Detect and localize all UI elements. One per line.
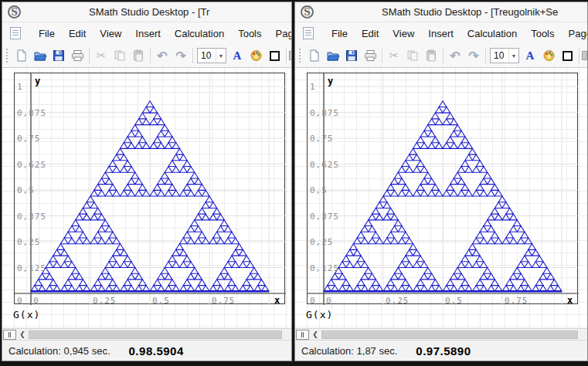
- chevron-down-icon[interactable]: ▼: [508, 49, 518, 63]
- chevron-down-icon[interactable]: ▼: [216, 49, 226, 63]
- border-icon[interactable]: [265, 46, 284, 65]
- font-size-select[interactable]: 10 ▼: [197, 48, 226, 63]
- menu-item-insert[interactable]: Insert: [128, 25, 168, 42]
- worksheet-canvas[interactable]: 10,8750,750,6250,50,3750,250,125000,250,…: [295, 68, 587, 328]
- document-system-icon[interactable]: [303, 27, 314, 39]
- menu-bar: FileEditViewInsertCalculationToolsPages: [295, 22, 587, 44]
- print-icon[interactable]: [68, 46, 87, 65]
- toolbar-separator: [89, 48, 90, 63]
- undo-icon[interactable]: ↶: [153, 46, 172, 65]
- border-icon[interactable]: [558, 46, 576, 65]
- cut-icon[interactable]: ✂: [92, 46, 110, 65]
- toolbar-separator: [579, 48, 580, 63]
- menu-item-view[interactable]: View: [386, 25, 421, 42]
- font-color-icon[interactable]: A: [521, 46, 539, 65]
- document-system-icon[interactable]: [10, 27, 21, 39]
- save-icon[interactable]: [49, 46, 68, 65]
- open-icon[interactable]: [324, 46, 342, 65]
- y-tick-label: 0,125: [17, 263, 46, 273]
- title-bar[interactable]: S SMath Studio Desktop - [Treugolnik+Se: [295, 2, 587, 22]
- font-size-select[interactable]: 10 ▼: [490, 48, 519, 63]
- plot-function-caption[interactable]: G(x): [306, 309, 333, 320]
- fractal-plot-svg: [308, 73, 579, 305]
- window-title: SMath Studio Desktop - [Tr: [89, 6, 291, 18]
- redo-icon[interactable]: ↷: [464, 46, 483, 65]
- cut-icon[interactable]: ✂: [385, 46, 403, 65]
- y-tick-label: 1: [310, 82, 316, 92]
- menu-item-edit[interactable]: Edit: [62, 25, 93, 42]
- menu-item-edit[interactable]: Edit: [355, 25, 386, 42]
- app-window-right: S SMath Studio Desktop - [Treugolnik+Se …: [294, 2, 588, 361]
- horizontal-scrollbar: ❮: [295, 328, 587, 340]
- y-tick-label: 0,875: [310, 108, 339, 118]
- new-icon[interactable]: [305, 46, 324, 65]
- menu-item-tools[interactable]: Tools: [231, 25, 268, 42]
- paste-icon[interactable]: [422, 46, 440, 65]
- y-tick-label: 1: [17, 82, 23, 92]
- y-tick-label: 0,75: [17, 134, 41, 144]
- y-axis-title: y: [35, 76, 40, 86]
- palette-icon[interactable]: [539, 46, 558, 65]
- toolbar: ✂ ↶ ↷ 10 ▼ A: [295, 44, 587, 68]
- title-bar[interactable]: S SMath Studio Desktop - [Tr: [2, 2, 291, 22]
- x-axis-title: x: [567, 295, 573, 306]
- toolbar-grip-handle[interactable]: [298, 48, 302, 63]
- x-tick-label: 0,5: [152, 296, 170, 306]
- toolbar-separator: [150, 48, 151, 63]
- plot-function-caption[interactable]: G(x): [13, 309, 40, 320]
- font-size-value: 10: [491, 50, 508, 61]
- menu-item-tools[interactable]: Tools: [524, 25, 561, 42]
- desktop: { "app_logo": "S", "menu": { "items": ["…: [0, 0, 588, 366]
- clipped-toolbar-icon[interactable]: [582, 51, 587, 60]
- y-tick-label: 0,5: [17, 185, 35, 195]
- x-tick-label: 0: [326, 296, 332, 306]
- y-tick-label: 0,375: [310, 212, 339, 222]
- menu-item-pages[interactable]: Pages: [269, 25, 292, 42]
- window-title: SMath Studio Desktop - [Treugolnik+Se: [382, 6, 587, 18]
- splitter-button[interactable]: [3, 330, 16, 340]
- toolbar-separator: [443, 48, 444, 63]
- palette-icon[interactable]: [246, 46, 265, 65]
- copy-icon[interactable]: [403, 46, 422, 65]
- new-icon[interactable]: [12, 46, 31, 65]
- y-tick-label: 0: [17, 296, 23, 306]
- x-tick-label: 0: [33, 296, 39, 306]
- menu-bar: FileEditViewInsertCalculationToolsPages: [2, 22, 291, 44]
- save-icon[interactable]: [342, 46, 361, 65]
- status-bar: Calculation: 1,87 sec. 0.97.5890: [295, 340, 587, 361]
- plot-region[interactable]: 10,8750,750,6250,50,3750,250,125000,250,…: [307, 73, 578, 304]
- result-value-label: 0.97.5890: [416, 344, 471, 358]
- menu-item-insert[interactable]: Insert: [421, 25, 461, 42]
- scroll-left-arrow-icon[interactable]: ❮: [309, 330, 321, 340]
- scrollbar-thumb[interactable]: [321, 330, 578, 339]
- scrollbar-thumb[interactable]: [29, 330, 282, 339]
- smath-logo-icon: S: [8, 5, 21, 19]
- paste-icon[interactable]: [129, 46, 148, 65]
- smath-logo-icon: S: [301, 5, 314, 19]
- clipped-toolbar-icon[interactable]: [289, 51, 291, 60]
- scroll-left-arrow-icon[interactable]: ❮: [16, 330, 29, 340]
- x-tick-label: 0,25: [386, 296, 410, 306]
- menu-item-pages[interactable]: Pages: [562, 25, 588, 42]
- open-icon[interactable]: [31, 46, 49, 65]
- menu-item-file[interactable]: File: [32, 25, 62, 42]
- toolbar-grip-handle[interactable]: [5, 48, 9, 63]
- y-tick-label: 0,125: [310, 263, 339, 273]
- copy-icon[interactable]: [110, 46, 129, 65]
- status-bar: Calculation: 0,945 sec. 0.98.5904: [2, 340, 291, 361]
- print-icon[interactable]: [361, 46, 379, 65]
- splitter-button[interactable]: [296, 330, 309, 340]
- undo-icon[interactable]: ↶: [446, 46, 464, 65]
- font-color-icon[interactable]: A: [228, 46, 246, 65]
- y-tick-label: 0,25: [310, 237, 334, 247]
- plot-region[interactable]: 10,8750,750,6250,50,3750,250,125000,250,…: [14, 73, 285, 304]
- worksheet-canvas[interactable]: 10,8750,750,6250,50,3750,250,125000,250,…: [2, 68, 291, 328]
- redo-icon[interactable]: ↷: [172, 46, 190, 65]
- toolbar-separator: [192, 48, 193, 63]
- toolbar-separator: [286, 48, 287, 63]
- app-window-left: S SMath Studio Desktop - [Tr FileEditVie…: [2, 2, 292, 361]
- menu-item-calculation[interactable]: Calculation: [168, 25, 231, 42]
- menu-item-view[interactable]: View: [93, 25, 128, 42]
- menu-item-calculation[interactable]: Calculation: [461, 25, 524, 42]
- menu-item-file[interactable]: File: [325, 25, 355, 42]
